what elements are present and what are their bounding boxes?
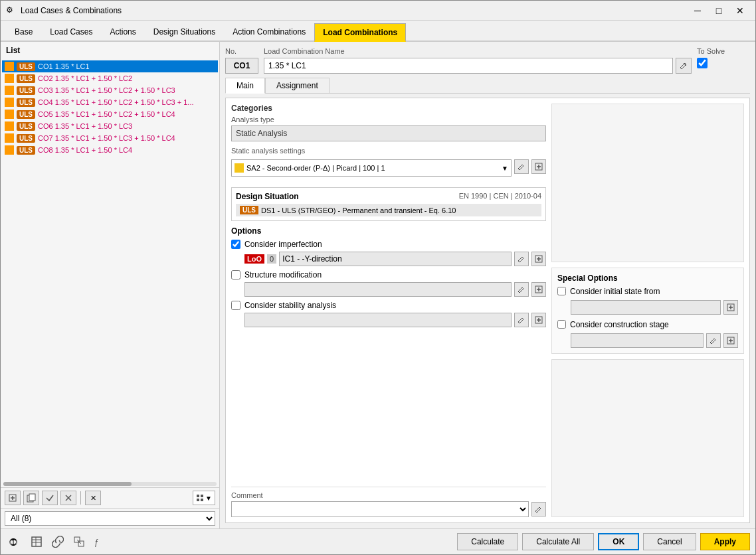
edit-name-button[interactable] — [676, 58, 692, 74]
window-title: Load Cases & Combinations — [21, 6, 688, 15]
analysis-type-input[interactable] — [231, 125, 546, 141]
tab-load-combinations[interactable]: Load Combinations — [314, 23, 406, 42]
name-input-row — [264, 58, 692, 74]
item-label: CO3 1.35 * LC1 + 1.50 * LC2 + 1.50 * LC3 — [38, 86, 175, 94]
lo-badge: LoO — [244, 254, 264, 264]
static-settings-dropdown[interactable]: SA2 - Second-order (P-Δ) | Picard | 100 … — [231, 159, 512, 177]
static-settings-value: SA2 - Second-order (P-Δ) | Picard | 100 … — [246, 164, 385, 172]
table-icon-btn[interactable] — [27, 534, 46, 550]
static-settings-label: Static analysis settings — [231, 147, 546, 155]
comment-row — [231, 501, 546, 517]
name-input[interactable] — [264, 58, 673, 74]
calculate-button[interactable]: Calculate — [457, 533, 518, 550]
item-label: CO8 1.35 * LC1 + 1.50 * LC4 — [38, 146, 132, 154]
apply-button[interactable]: Apply — [700, 533, 750, 550]
tab-actions[interactable]: Actions — [101, 22, 144, 40]
imperfection-input[interactable] — [279, 252, 512, 266]
color-indicator — [5, 62, 14, 71]
uls-badge: ULS — [17, 62, 35, 71]
list-item[interactable]: ULS CO5 1.35 * LC1 + 1.50 * LC2 + 1.50 *… — [2, 108, 218, 120]
structure-modification-label: Structure modification — [244, 270, 322, 279]
color-indicator — [5, 74, 14, 83]
color-indicator — [5, 98, 14, 107]
ds-value-row: ULS DS1 - ULS (STR/GEO) - Permanent and … — [236, 204, 541, 216]
list-toolbar: ✕ ▼ — [1, 487, 219, 508]
export-icon-btn[interactable] — [70, 534, 88, 550]
list-area[interactable]: ULS CO1 1.35 * LC1 ULS CO2 1.35 * LC1 + … — [1, 59, 219, 481]
no-section: No. CO1 — [225, 47, 258, 74]
construction-stage-checkbox[interactable] — [557, 320, 566, 329]
construction-stage-btn2[interactable] — [723, 333, 738, 348]
stability-input[interactable] — [244, 313, 512, 327]
comment-section: Comment — [231, 487, 546, 517]
list-item[interactable]: ULS CO2 1.35 * LC1 + 1.50 * LC2 — [2, 72, 218, 84]
svg-rect-8 — [201, 495, 203, 497]
ok-button[interactable]: OK — [598, 533, 639, 550]
copy-button[interactable] — [23, 491, 39, 505]
stability-add-btn[interactable] — [531, 313, 546, 327]
filter-select[interactable]: All (8) — [5, 511, 215, 526]
tab-assignment[interactable]: Assignment — [265, 78, 330, 93]
static-settings-add-btn[interactable] — [531, 159, 546, 174]
color-indicator — [5, 110, 14, 119]
settings-icon-btn[interactable]: ⓵ — [6, 534, 25, 550]
stability-edit-btn[interactable] — [514, 313, 529, 327]
item-label: CO4 1.35 * LC1 + 1.50 * LC2 + 1.50 * LC3… — [38, 98, 194, 106]
initial-state-checkbox[interactable] — [557, 287, 566, 295]
structure-modification-checkbox[interactable] — [231, 270, 240, 279]
minimize-button[interactable]: ─ — [688, 4, 708, 17]
list-item[interactable]: ULS CO4 1.35 * LC1 + 1.50 * LC2 + 1.50 *… — [2, 96, 218, 108]
consider-stability-checkbox[interactable] — [231, 301, 240, 310]
tab-main[interactable]: Main — [225, 78, 265, 94]
initial-state-row: Consider initial state from — [557, 287, 738, 296]
svg-rect-9 — [197, 499, 199, 501]
tosolve-section: To Solve — [697, 47, 750, 68]
list-filter: All (8) — [1, 508, 219, 528]
comment-label: Comment — [231, 491, 546, 499]
comment-select[interactable] — [231, 501, 529, 517]
list-item[interactable]: ULS CO3 1.35 * LC1 + 1.50 * LC2 + 1.50 *… — [2, 84, 218, 96]
construction-stage-input[interactable] — [571, 333, 704, 348]
maximize-button[interactable]: □ — [709, 4, 729, 17]
struct-mod-edit-btn[interactable] — [514, 282, 529, 297]
tab-action-combinations[interactable]: Action Combinations — [224, 22, 314, 40]
tosolve-label: To Solve — [697, 47, 750, 55]
link-icon-btn[interactable] — [48, 534, 67, 550]
uls-badge: ULS — [17, 98, 35, 107]
categories-header: Categories — [231, 104, 546, 113]
construction-stage-row: Consider construction stage — [557, 320, 738, 329]
struct-mod-input[interactable] — [244, 282, 512, 297]
lower-gray-panel — [551, 359, 744, 518]
construction-stage-btn1[interactable] — [706, 333, 721, 348]
list-item[interactable]: ULS CO8 1.35 * LC1 + 1.50 * LC4 — [2, 144, 218, 156]
comment-edit-btn[interactable] — [531, 502, 546, 516]
special-options-title: Special Options — [557, 274, 738, 283]
cancel-button[interactable]: Cancel — [643, 533, 696, 550]
formula-icon-btn[interactable]: ƒ — [91, 534, 110, 550]
upper-gray-panel — [551, 104, 744, 262]
imperfection-add-btn[interactable] — [531, 252, 546, 266]
uls-badge: ULS — [17, 146, 35, 155]
initial-state-btn[interactable] — [723, 300, 738, 315]
uncheck-button[interactable] — [60, 491, 76, 505]
delete-button[interactable]: ✕ — [85, 491, 101, 505]
imperfection-edit-btn[interactable] — [514, 252, 529, 266]
static-settings-edit-btn[interactable] — [514, 159, 529, 174]
add-button[interactable] — [5, 491, 21, 505]
list-item[interactable]: ULS CO1 1.35 * LC1 — [2, 60, 218, 72]
initial-state-input[interactable] — [571, 300, 721, 315]
special-options-section: Special Options Consider initial state f… — [551, 268, 744, 354]
calculate-all-button[interactable]: Calculate All — [522, 533, 594, 550]
close-button[interactable]: ✕ — [730, 4, 750, 17]
tosolve-checkbox[interactable] — [697, 58, 708, 68]
check-button[interactable] — [42, 491, 58, 505]
list-item[interactable]: ULS CO6 1.35 * LC1 + 1.50 * LC3 — [2, 120, 218, 132]
consider-imperfection-checkbox[interactable] — [231, 240, 240, 249]
tab-load-cases[interactable]: Load Cases — [41, 22, 101, 40]
struct-mod-add-btn[interactable] — [531, 282, 546, 297]
tab-base[interactable]: Base — [6, 22, 41, 40]
list-item[interactable]: ULS CO7 1.35 * LC1 + 1.50 * LC3 + 1.50 *… — [2, 132, 218, 144]
top-row: No. CO1 Load Combination Name To Solve — [225, 47, 750, 74]
tab-design-situations[interactable]: Design Situations — [145, 22, 224, 40]
view-dropdown[interactable]: ▼ — [193, 491, 215, 505]
